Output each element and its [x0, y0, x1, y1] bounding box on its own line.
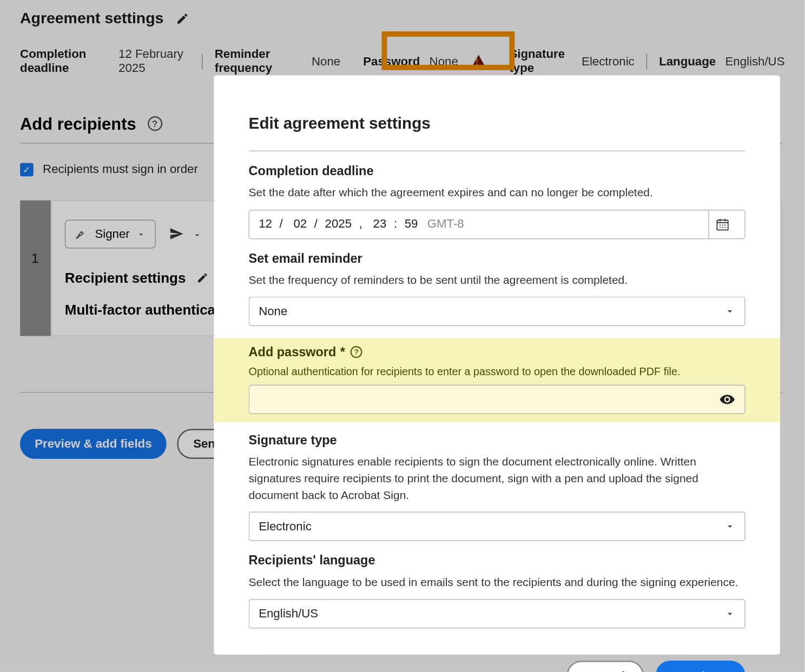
completion-deadline-input[interactable]: 12 / 02 / 2025 , 23 : 59 GMT-8: [249, 210, 745, 239]
language-field-desc: Select the language to be used in emails…: [249, 575, 745, 591]
reminder-value: None: [259, 304, 287, 318]
continue-button[interactable]: Continue: [656, 661, 745, 672]
svg-point-5: [722, 224, 723, 225]
language-field-label: Recipients' language: [249, 553, 745, 568]
date-day[interactable]: 12: [259, 217, 272, 231]
svg-point-9: [724, 227, 725, 228]
password-field-label: Add password: [249, 345, 336, 360]
cancel-button[interactable]: Cancel: [567, 661, 644, 672]
date-month[interactable]: 02: [293, 217, 307, 231]
password-field-desc: Optional authentication for recipients t…: [249, 366, 745, 378]
completion-deadline-field-desc: Set the date after which the agreement e…: [249, 185, 745, 201]
dialog-title: Edit agreement settings: [249, 114, 745, 133]
signature-type-dropdown[interactable]: Electronic: [249, 512, 745, 541]
chevron-down-icon: [724, 306, 735, 317]
date-hour[interactable]: 23: [373, 217, 387, 231]
edit-agreement-settings-dialog: Edit agreement settings Completion deadl…: [214, 76, 780, 655]
password-section-highlight: Add password * ? Optional authentication…: [214, 338, 780, 423]
password-input[interactable]: [249, 385, 745, 414]
date-min[interactable]: 59: [405, 217, 418, 231]
svg-point-4: [719, 224, 720, 225]
signature-type-field-label: Signature type: [249, 433, 745, 448]
signature-type-field-desc: Electronic signatures enable recipients …: [249, 454, 745, 503]
help-icon[interactable]: ?: [351, 346, 362, 358]
reminder-field-desc: Set the frequency of reminders to be sen…: [249, 272, 745, 289]
language-dropdown-value: English/US: [259, 607, 318, 621]
eye-icon[interactable]: [719, 391, 735, 408]
calendar-icon[interactable]: [709, 210, 735, 238]
date-tz: GMT-8: [427, 217, 464, 231]
chevron-down-icon: [724, 608, 735, 619]
svg-point-8: [722, 227, 723, 228]
reminder-dropdown[interactable]: None: [249, 297, 745, 326]
date-year[interactable]: 2025: [325, 217, 352, 231]
reminder-field-label: Set email reminder: [249, 251, 745, 265]
svg-point-7: [719, 227, 720, 228]
required-asterisk: *: [340, 345, 345, 360]
signature-type-dropdown-value: Electronic: [259, 520, 312, 534]
language-dropdown[interactable]: English/US: [249, 599, 745, 628]
chevron-down-icon: [724, 521, 735, 532]
svg-point-6: [724, 224, 725, 225]
completion-deadline-field-label: Completion deadline: [249, 164, 745, 178]
